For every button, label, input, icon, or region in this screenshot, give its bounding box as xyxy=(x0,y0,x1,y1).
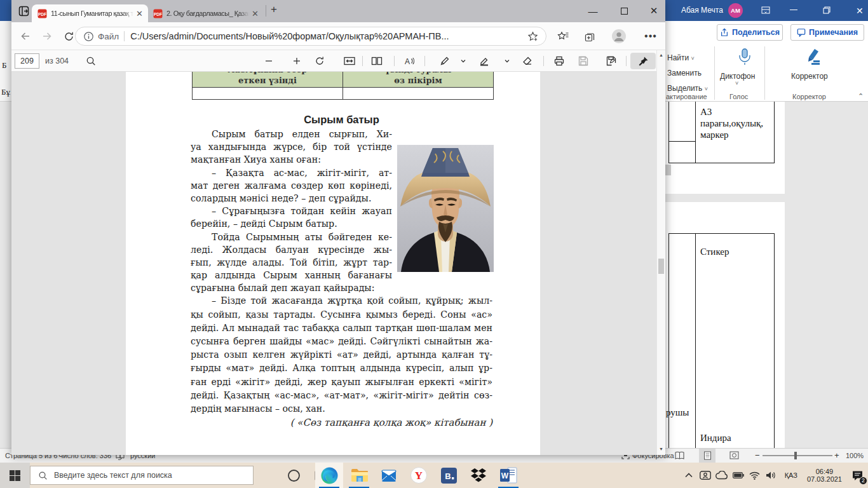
pdf-text-line: берейін, – дейді Сырым батыр. xyxy=(191,217,392,230)
tray-expand-icon[interactable] xyxy=(681,463,697,488)
taskbar-app-vk[interactable]: B xyxy=(435,463,463,488)
print-icon[interactable] xyxy=(551,53,567,69)
pin-icon[interactable] xyxy=(630,53,656,69)
taskbar-app-mail[interactable] xyxy=(375,463,403,488)
highlight-dropdown-icon[interactable] xyxy=(499,53,515,69)
print-layout-icon[interactable] xyxy=(699,449,715,463)
scroll-down-icon[interactable]: ▼ xyxy=(659,447,663,451)
word-close-button[interactable]: ✕ xyxy=(856,6,864,16)
tab-1[interactable]: PDF 11-сынып Гуманитар қазақ тілі ✕ xyxy=(32,4,148,22)
taskbar-clock[interactable]: 06:49 07.03.2021 xyxy=(807,468,842,483)
editor-label[interactable]: Корректор xyxy=(791,72,828,81)
rotate-icon[interactable] xyxy=(311,53,328,69)
avatar[interactable]: АМ xyxy=(728,3,743,18)
save-as-icon[interactable] xyxy=(603,53,620,69)
pdf-story-title: Сырым батыр xyxy=(191,114,492,126)
taskbar-app-dropbox[interactable] xyxy=(465,463,492,488)
pdf-scrollbar[interactable]: ▲ ▼ xyxy=(656,50,665,455)
zoom-out-button[interactable]: − xyxy=(755,451,760,460)
word-restore-button[interactable] xyxy=(823,6,831,14)
refresh-icon[interactable] xyxy=(61,29,76,44)
collections-icon[interactable] xyxy=(582,29,597,44)
zoom-slider[interactable] xyxy=(763,455,832,456)
web-layout-icon[interactable] xyxy=(729,451,739,460)
taskbar-app-word[interactable]: W xyxy=(494,463,522,488)
pdf-text-line: сұрағына былай деп жауап қайырады: xyxy=(191,281,392,294)
pdf-text-line: уа хандығында жүрсе, бір той үстінде xyxy=(191,140,392,153)
editor-button[interactable] xyxy=(802,46,827,67)
new-tab-button[interactable]: + xyxy=(271,3,277,16)
share-button[interactable]: Поделиться xyxy=(717,24,783,41)
word-minimize-button[interactable] xyxy=(790,10,797,10)
info-icon[interactable] xyxy=(84,32,93,41)
back-icon[interactable] xyxy=(18,29,33,44)
draw-dropdown-icon[interactable] xyxy=(455,53,471,69)
volume-icon[interactable] xyxy=(763,463,780,488)
svg-text:PDF: PDF xyxy=(38,11,46,16)
scheme-label: Файл xyxy=(98,32,119,41)
read-aloud-icon[interactable]: A xyxy=(400,53,417,69)
onedrive-icon[interactable] xyxy=(714,463,730,488)
dictate-label[interactable]: Диктофон xyxy=(720,72,755,81)
read-mode-icon[interactable] xyxy=(675,451,684,460)
notification-icon[interactable]: 2 xyxy=(846,463,868,488)
add-favorite-icon[interactable] xyxy=(527,31,538,42)
draw-icon[interactable] xyxy=(437,53,453,69)
url-text: C:/Users/admin/Documents/Новый%20формат/… xyxy=(130,31,524,41)
fit-width-icon[interactable] xyxy=(341,53,358,69)
journal-icon[interactable] xyxy=(18,6,29,17)
favorites-icon[interactable] xyxy=(555,29,571,44)
search-icon[interactable] xyxy=(83,53,99,69)
zoom-slider-handle[interactable] xyxy=(794,452,797,459)
find-button[interactable]: Найти ˅ xyxy=(667,53,695,62)
save-icon[interactable] xyxy=(575,53,592,69)
scroll-thumb[interactable] xyxy=(658,259,664,274)
collapse-ribbon-icon[interactable]: ⌃ xyxy=(858,92,864,100)
pdf-text-line: ғырды «мат» дейді. Алқа топтың алдында к… xyxy=(191,362,492,375)
settings-menu-icon[interactable]: ••• xyxy=(643,29,658,44)
edge-minimize-button[interactable]: — xyxy=(578,0,607,22)
pdf-text-line: Тойда Сырымның аты бәйгеден ке- xyxy=(191,231,392,243)
page-view-icon[interactable] xyxy=(369,53,385,69)
taskbar-app-file-explorer[interactable] xyxy=(345,463,373,488)
edge-maximize-button[interactable] xyxy=(609,0,639,22)
profile-avatar[interactable] xyxy=(611,29,627,44)
replace-button[interactable]: Заменить xyxy=(667,69,702,78)
zoom-in-icon[interactable] xyxy=(288,53,305,69)
battery-icon[interactable] xyxy=(730,463,747,488)
word-table-cell: Стикер xyxy=(700,247,729,257)
cortana-button[interactable] xyxy=(280,463,308,488)
word-table-cell-fragment: рушы xyxy=(666,407,689,418)
edge-close-button[interactable]: ✕ xyxy=(639,0,668,22)
tab-close-icon[interactable]: ✕ xyxy=(136,9,143,18)
taskbar-app-edge[interactable] xyxy=(315,463,343,488)
pdf-viewer[interactable]: мазмұнына әсереткен үзінді үзінді туралы… xyxy=(11,72,656,455)
pdf-icon: PDF xyxy=(37,9,47,18)
word-document-title: Абая Мечта xyxy=(681,6,723,15)
ribbon-display-options-icon[interactable] xyxy=(761,6,770,15)
dictate-button[interactable] xyxy=(732,48,757,67)
tab-2[interactable]: PDF 2. Оқу бағдарламасы_ Қазақ тіл ✕ xyxy=(149,4,264,22)
zoom-out-icon[interactable] xyxy=(261,53,277,69)
taskbar-app-yandex[interactable]: Y xyxy=(405,463,433,488)
wifi-icon[interactable] xyxy=(747,463,763,488)
comments-button[interactable]: Примечания xyxy=(790,24,864,41)
start-button[interactable] xyxy=(0,463,30,488)
keyboard-layout[interactable]: ҚАЗ xyxy=(785,471,797,479)
tab-close-icon[interactable]: ✕ xyxy=(252,9,259,18)
highlight-icon[interactable] xyxy=(476,53,492,69)
url-field[interactable]: Файл C:/Users/admin/Documents/Новый%20фо… xyxy=(75,27,546,46)
zoom-in-button[interactable]: + xyxy=(834,451,839,460)
page-number-input[interactable]: 209 xyxy=(15,53,39,69)
pdf-text-line: Сырым батыр елден сырғып, Хи- xyxy=(191,128,392,140)
pdf-text-line: – Бізде той жасағанда жұртқа қой сойып, … xyxy=(191,294,492,308)
taskbar-search[interactable]: Введите здесь текст для поиска xyxy=(30,466,254,485)
scroll-up-icon[interactable]: ▲ xyxy=(659,53,663,57)
batyr-portrait-image xyxy=(397,145,494,272)
group-label-editing: актирование xyxy=(666,93,707,100)
meet-now-icon[interactable] xyxy=(697,463,714,488)
select-button[interactable]: Выделить ˅ xyxy=(667,84,708,93)
erase-icon[interactable] xyxy=(519,53,536,69)
forward-icon[interactable] xyxy=(39,29,55,44)
zoom-level[interactable]: 100% xyxy=(846,452,864,459)
